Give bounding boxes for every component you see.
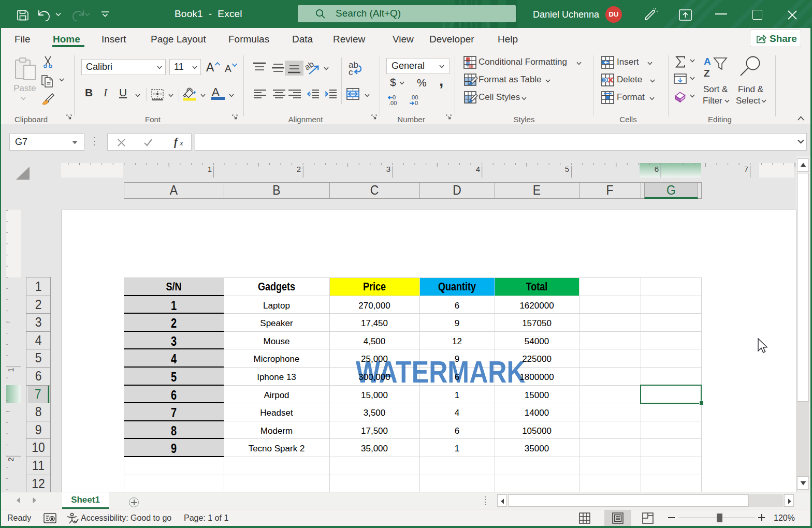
- svg-text:0: 0: [415, 100, 418, 106]
- svg-text:.00: .00: [389, 100, 397, 106]
- svg-text:c: c: [349, 67, 353, 77]
- svg-text:Z: Z: [704, 68, 710, 79]
- svg-text:A: A: [704, 56, 711, 67]
